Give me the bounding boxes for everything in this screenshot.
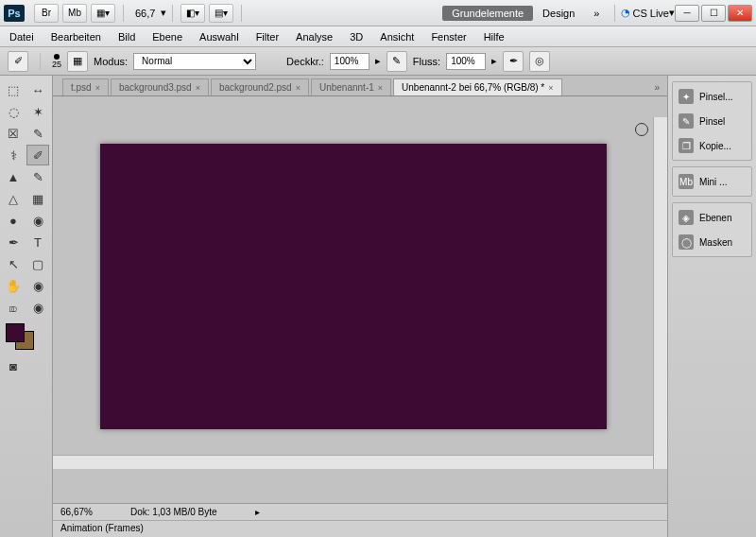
doc-tab-4[interactable]: Unbenannt-2 bei 66,7% (RGB/8) *× xyxy=(393,78,561,95)
clone-icon: ❐ xyxy=(679,138,694,153)
tool-move[interactable]: ⬚ xyxy=(2,79,25,100)
options-bar: ✐ 25 ▦ Modus: Normal Deckkr.: ▸ ✎ Fluss:… xyxy=(0,47,756,76)
doc-tab-2[interactable]: background2.psd× xyxy=(211,78,309,95)
tool-pen[interactable]: ✒ xyxy=(2,232,25,252)
menu-3d[interactable]: 3D xyxy=(350,31,363,43)
separator xyxy=(614,5,615,22)
foreground-swatch[interactable] xyxy=(6,323,25,342)
tool-lasso[interactable]: ◌ xyxy=(2,101,25,122)
screenmode-button[interactable]: ◧▾ xyxy=(180,4,205,23)
doc-tab-1[interactable]: background3.psd× xyxy=(111,78,209,95)
tool-history[interactable]: ✎ xyxy=(26,166,49,187)
brush-panel-toggle[interactable]: ▦ xyxy=(67,51,88,72)
minimize-button[interactable]: ─ xyxy=(675,5,699,22)
tool-blur[interactable]: ● xyxy=(2,210,25,231)
document-tabs: t.psd× background3.psd× background2.psd×… xyxy=(53,76,667,96)
animation-panel-tab[interactable]: Animation (Frames) xyxy=(53,520,667,537)
tablet-opacity-icon[interactable]: ✎ xyxy=(387,51,407,72)
dock-pinselvorgaben[interactable]: ✦Pinsel... xyxy=(673,84,751,109)
minibridge-button[interactable]: Mb xyxy=(62,4,87,23)
tool-gradient[interactable]: ▦ xyxy=(26,188,49,209)
tablet-size-icon[interactable]: ◎ xyxy=(529,51,550,72)
status-doc-size[interactable]: Dok: 1,03 MB/0 Byte xyxy=(130,507,217,517)
dock-ebenen[interactable]: ◈Ebenen xyxy=(673,205,751,230)
modus-select[interactable]: Normal xyxy=(133,53,256,70)
main-area: ⬚ ↔ ◌ ✶ ☒ ✎ ⚕ ✐ ▲ ✎ △ ▦ ● ◉ ✒ T ↖ ▢ ✋ ◉ … xyxy=(0,76,756,537)
menu-bild[interactable]: Bild xyxy=(118,31,135,43)
tool-dodge[interactable]: ◉ xyxy=(26,210,49,231)
doc-tab-3[interactable]: Unbenannt-1× xyxy=(311,78,391,95)
menu-hilfe[interactable]: Hilfe xyxy=(484,31,505,43)
tool-crop[interactable]: ☒ xyxy=(2,123,25,144)
dock-masken[interactable]: ◯Masken xyxy=(673,230,751,254)
close-button[interactable]: ✕ xyxy=(728,5,752,22)
menu-filter[interactable]: Filter xyxy=(256,31,279,43)
zoom-display[interactable]: 66,7 xyxy=(135,8,155,19)
tool-eraser[interactable]: △ xyxy=(2,188,25,209)
scrollbar-horizontal[interactable] xyxy=(53,455,653,469)
menu-bearbeiten[interactable]: Bearbeiten xyxy=(51,31,101,43)
tool-path[interactable]: ↖ xyxy=(2,253,25,274)
layers-icon: ◈ xyxy=(679,210,694,225)
canvas-viewport[interactable] xyxy=(53,96,667,503)
deckkr-flyout-icon[interactable]: ▸ xyxy=(375,55,381,67)
deckkr-label: Deckkr.: xyxy=(286,56,324,67)
extras-button[interactable]: ▤▾ xyxy=(209,4,233,23)
brush-presets-icon: ✦ xyxy=(679,89,694,104)
doc-tab-0[interactable]: t.psd× xyxy=(62,78,109,95)
tool-zoom[interactable]: ◉ xyxy=(26,275,49,296)
close-icon[interactable]: × xyxy=(196,83,200,93)
tool-hand[interactable]: ✋ xyxy=(2,275,25,296)
menu-ebene[interactable]: Ebene xyxy=(152,31,182,43)
quickmask-toggle[interactable]: ◙ xyxy=(2,355,25,376)
app-logo: Ps xyxy=(4,5,25,22)
color-swatches[interactable] xyxy=(2,323,50,352)
tool-eyedropper[interactable]: ✎ xyxy=(26,123,49,144)
menu-ansicht[interactable]: Ansicht xyxy=(380,31,414,43)
airbrush-icon[interactable]: ✒ xyxy=(503,51,524,72)
cslive-button[interactable]: CS Live xyxy=(632,8,669,19)
close-icon[interactable]: × xyxy=(95,83,100,93)
menu-auswahl[interactable]: Auswahl xyxy=(199,31,239,43)
separator xyxy=(241,5,242,22)
tool-3d[interactable]: ⎄ xyxy=(2,297,25,318)
tool-3d2[interactable]: ◉ xyxy=(26,297,49,318)
dock-pinsel[interactable]: ✎Pinsel xyxy=(673,109,751,133)
dock-kopie[interactable]: ❐Kopie... xyxy=(673,133,751,158)
fluss-input[interactable] xyxy=(446,53,486,70)
workspace-design[interactable]: Design xyxy=(533,6,584,21)
window-controls: ─ ☐ ✕ xyxy=(675,5,752,22)
document-area: t.psd× background3.psd× background2.psd×… xyxy=(53,76,667,537)
tool-preset-icon[interactable]: ✐ xyxy=(8,51,28,72)
tool-heal[interactable]: ⚕ xyxy=(2,145,25,165)
tab-overflow[interactable]: » xyxy=(646,79,667,95)
menu-fenster[interactable]: Fenster xyxy=(431,31,466,43)
bridge-button[interactable]: Br xyxy=(34,4,59,23)
workspace-grundelemente[interactable]: Grundelemente xyxy=(442,6,533,21)
canvas[interactable] xyxy=(100,144,607,429)
deckkr-input[interactable] xyxy=(330,53,369,70)
close-icon[interactable]: × xyxy=(378,83,383,93)
menu-datei[interactable]: Datei xyxy=(9,31,34,43)
masks-icon: ◯ xyxy=(679,234,694,250)
workspace-more[interactable]: » xyxy=(584,6,609,21)
status-zoom[interactable]: 66,67% xyxy=(60,507,93,517)
menu-analyse[interactable]: Analyse xyxy=(296,31,333,43)
tool-type[interactable]: T xyxy=(26,232,49,252)
close-icon[interactable]: × xyxy=(296,83,301,93)
tool-stamp[interactable]: ▲ xyxy=(2,166,25,187)
tool-brush[interactable]: ✐ xyxy=(26,145,49,165)
maximize-button[interactable]: ☐ xyxy=(701,5,726,22)
brush-cursor-icon xyxy=(635,123,648,136)
tool-marquee[interactable]: ↔ xyxy=(26,79,49,100)
brush-icon: ✎ xyxy=(679,113,694,129)
arrange-button[interactable]: ▦▾ xyxy=(91,4,115,23)
dock-minibridge[interactable]: MbMini ... xyxy=(673,169,751,194)
brush-preview[interactable]: 25 xyxy=(52,54,61,69)
fluss-flyout-icon[interactable]: ▸ xyxy=(491,55,497,67)
tool-wand[interactable]: ✶ xyxy=(26,101,49,122)
scrollbar-vertical[interactable] xyxy=(653,117,667,469)
close-icon[interactable]: × xyxy=(548,83,553,93)
tool-shape[interactable]: ▢ xyxy=(26,253,49,274)
status-flyout-icon[interactable]: ▸ xyxy=(255,507,260,517)
